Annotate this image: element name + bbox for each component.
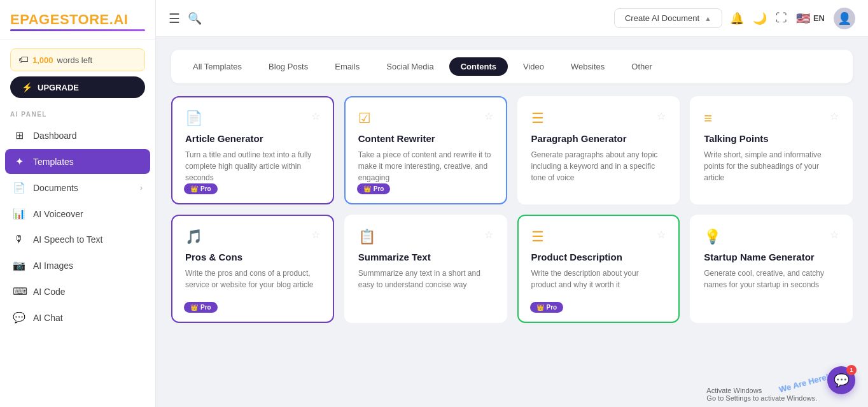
sidebar-item-documents[interactable]: 📄 Documents › <box>5 175 150 200</box>
chat-fab-button[interactable]: 💬 1 <box>827 366 855 394</box>
speech-icon: 🎙 <box>13 234 25 245</box>
words-count: 1,000 <box>32 55 53 65</box>
sidebar-item-dashboard[interactable]: ⊞ Dashboard <box>5 123 150 148</box>
words-left-label: words left <box>57 55 93 65</box>
main-area: ☰ 🔍 Create AI Document ▲ 🔔 🌙 ⛶ 🇺🇸 EN 👤 A… <box>156 0 868 407</box>
card-article-generator[interactable]: 📄 ☆ Article Generator Turn a title and o… <box>171 96 334 204</box>
card-desc: Take a piece of content and rewrite it t… <box>358 149 493 183</box>
tab-social-media[interactable]: Social Media <box>375 57 445 76</box>
card-desc: Write short, simple and informative poin… <box>704 149 839 183</box>
pro-label: Pro <box>547 304 557 311</box>
star-icon[interactable]: ☆ <box>311 110 320 122</box>
card-pros-cons[interactable]: 🎵 ☆ Pros & Cons Write the pros and cons … <box>171 215 334 323</box>
star-icon[interactable]: ☆ <box>311 229 320 241</box>
star-icon[interactable]: ☆ <box>484 110 493 122</box>
tab-emails[interactable]: Emails <box>323 57 371 76</box>
content-area: All Templates Blog Posts Emails Social M… <box>156 37 868 407</box>
logo-part2: AI <box>113 11 128 27</box>
fullscreen-icon[interactable]: ⛶ <box>776 11 787 25</box>
card-startup-name-generator[interactable]: 💡 ☆ Startup Name Generator Generate cool… <box>690 215 853 323</box>
nav-items: ⊞ Dashboard ✦ Templates 📄 Documents › 📊 … <box>0 120 155 332</box>
code-icon: ⌨ <box>13 285 25 297</box>
sidebar-item-label: Documents <box>33 183 78 193</box>
chat-icon: 💬 <box>13 311 25 324</box>
topbar: ☰ 🔍 Create AI Document ▲ 🔔 🌙 ⛶ 🇺🇸 EN 👤 <box>156 0 868 37</box>
card-header: ☰ ☆ <box>531 229 666 245</box>
card-desc: Summmarize any text in a short and easy … <box>358 268 493 290</box>
bell-icon[interactable]: 🔔 <box>730 11 744 25</box>
dashboard-icon: ⊞ <box>13 129 25 141</box>
content-rewriter-icon: ☑ <box>358 110 371 127</box>
card-summarize-text[interactable]: 📋 ☆ Summarize Text Summmarize any text i… <box>344 215 507 323</box>
tab-blog-posts[interactable]: Blog Posts <box>257 57 319 76</box>
sidebar-item-ai-voiceover[interactable]: 📊 AI Voiceover <box>5 201 150 226</box>
star-icon[interactable]: ☆ <box>830 229 839 241</box>
create-ai-document-button[interactable]: Create AI Document ▲ <box>614 8 722 28</box>
pro-badge: 👑 Pro <box>530 302 564 313</box>
article-generator-icon: 📄 <box>185 110 202 127</box>
sidebar-item-ai-chat[interactable]: 💬 AI Chat <box>5 305 150 330</box>
flag-icon: 🇺🇸 <box>796 11 810 25</box>
tab-video[interactable]: Video <box>512 57 556 76</box>
language-selector[interactable]: 🇺🇸 EN <box>796 11 825 25</box>
upgrade-button[interactable]: ⚡ UPGRADE <box>10 76 145 98</box>
summarize-text-icon: 📋 <box>358 229 375 245</box>
lang-label: EN <box>813 13 825 23</box>
sidebar-item-label: AI Speech to Text <box>33 234 102 245</box>
upgrade-label: UPGRADE <box>38 83 79 92</box>
card-title: Startup Name Generator <box>704 252 839 262</box>
card-title: Pros & Cons <box>185 252 320 262</box>
pro-label: Pro <box>374 185 384 192</box>
card-desc: Write the pros and cons of a product, se… <box>185 268 320 290</box>
card-title: Paragraph Generator <box>531 133 666 144</box>
pro-icon: 👑 <box>536 304 544 311</box>
card-content-rewriter[interactable]: ☑ ☆ Content Rewriter Take a piece of con… <box>344 96 507 204</box>
tab-other[interactable]: Other <box>620 57 664 76</box>
pro-icon: 👑 <box>190 304 198 311</box>
star-icon[interactable]: ☆ <box>830 110 839 122</box>
pro-icon: 👑 <box>363 185 371 192</box>
card-desc: Generate cool, creative, and catchy name… <box>704 268 839 290</box>
ai-panel-label: AI PANEL <box>0 107 155 120</box>
star-icon[interactable]: ☆ <box>657 110 666 122</box>
card-title: Product Description <box>531 252 666 262</box>
avatar[interactable]: 👤 <box>834 8 855 29</box>
card-talking-points[interactable]: ≡ ☆ Talking Points Write short, simple a… <box>690 96 853 204</box>
words-left-box: 🏷 1,000 words left <box>10 48 145 71</box>
sidebar-item-label: AI Code <box>33 287 66 297</box>
star-icon[interactable]: ☆ <box>657 229 666 241</box>
tab-all-templates[interactable]: All Templates <box>181 57 253 76</box>
sidebar-item-ai-speech-to-text[interactable]: 🎙 AI Speech to Text <box>5 227 150 252</box>
star-icon[interactable]: ☆ <box>484 229 493 241</box>
sidebar-item-templates[interactable]: ✦ Templates <box>5 149 150 174</box>
pro-badge: 👑 Pro <box>357 183 391 194</box>
card-header: ☰ ☆ <box>531 110 666 127</box>
images-icon: 📷 <box>13 259 25 271</box>
moon-icon[interactable]: 🌙 <box>753 11 767 25</box>
tab-contents[interactable]: Contents <box>449 57 508 76</box>
sidebar: EPAGESTORE.AI 🏷 1,000 words left ⚡ UPGRA… <box>0 0 156 407</box>
card-paragraph-generator[interactable]: ☰ ☆ Paragraph Generator Generate paragra… <box>517 96 680 204</box>
topbar-icons: 🔔 🌙 ⛶ 🇺🇸 EN 👤 <box>730 8 855 29</box>
card-title: Content Rewriter <box>358 133 493 144</box>
card-desc: Turn a title and outline text into a ful… <box>185 149 320 183</box>
chevron-up-icon: ▲ <box>704 15 711 22</box>
search-icon[interactable]: 🔍 <box>188 11 202 25</box>
menu-icon[interactable]: ☰ <box>169 11 180 26</box>
card-header: 🎵 ☆ <box>185 229 320 245</box>
card-title: Talking Points <box>704 133 839 144</box>
sidebar-item-ai-images[interactable]: 📷 AI Images <box>5 253 150 278</box>
create-ai-label: Create AI Document <box>625 13 699 23</box>
voiceover-icon: 📊 <box>13 208 25 220</box>
startup-icon: 💡 <box>704 229 721 245</box>
paragraph-generator-icon: ☰ <box>531 110 544 127</box>
card-desc: Write the description about your product… <box>531 268 666 290</box>
sidebar-item-label: Dashboard <box>33 131 77 141</box>
sidebar-item-ai-code[interactable]: ⌨ AI Code <box>5 279 150 304</box>
pros-cons-icon: 🎵 <box>185 229 202 245</box>
card-title: Summarize Text <box>358 252 493 262</box>
card-product-description[interactable]: ☰ ☆ Product Description Write the descri… <box>517 215 680 323</box>
tab-websites[interactable]: Websites <box>559 57 616 76</box>
chevron-right-icon: › <box>140 183 143 192</box>
sidebar-item-label: AI Voiceover <box>33 209 83 219</box>
